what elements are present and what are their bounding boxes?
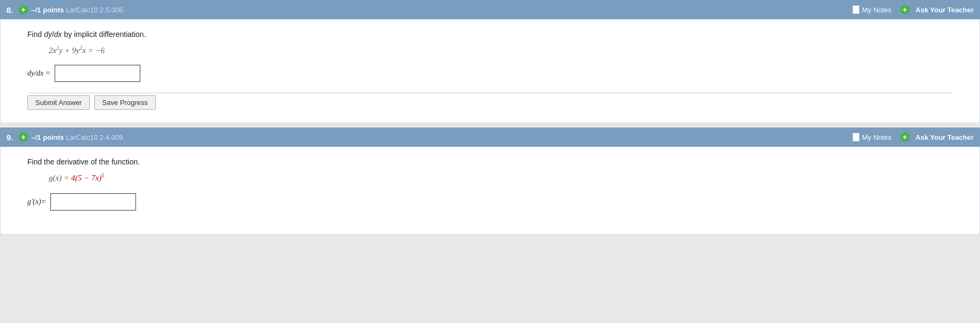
submit-answer-button-8[interactable]: Submit Answer <box>27 95 90 110</box>
question-8-number: 8. <box>6 5 13 14</box>
my-notes-button-9[interactable]: My Notes <box>853 133 892 141</box>
question-8-answer-input[interactable] <box>55 65 140 82</box>
plus-icon-8[interactable]: + <box>19 5 28 14</box>
question-9-header: 9. + –/1 points LarCalc10 2.4.009. My No… <box>0 127 980 147</box>
ask-teacher-button-8[interactable]: + Ask Your Teacher <box>900 5 974 14</box>
ask-teacher-label-8: Ask Your Teacher <box>916 6 974 14</box>
question-9-body: Find the derivative of the function. g(x… <box>0 147 980 235</box>
notes-icon-9 <box>853 133 860 141</box>
question-8-header: 8. + –/1 points LarCalc10 2.5.006. My No… <box>0 0 980 19</box>
plus-icon-ask-9: + <box>900 132 910 142</box>
my-notes-button-8[interactable]: My Notes <box>853 5 892 14</box>
question-9-equation: g(x) = 4(5 − 7x)5 <box>49 172 953 183</box>
question-9-answer-label: g′(x)= <box>27 198 46 206</box>
my-notes-label-8: My Notes <box>862 6 892 14</box>
question-8-answer-row: dy/dx = <box>27 65 953 82</box>
question-9-points: –/1 points <box>32 133 64 141</box>
question-9-answer-input[interactable] <box>50 193 136 211</box>
question-8-course-code: LarCalc10 2.5.006. <box>66 6 125 14</box>
question-8-points: –/1 points <box>32 6 64 14</box>
ask-teacher-label-9: Ask Your Teacher <box>916 133 974 141</box>
question-8-text: Find dy/dx by implicit differentiation. <box>27 30 953 39</box>
header-right-9: My Notes + Ask Your Teacher <box>853 132 974 142</box>
question-9-number: 9. <box>6 133 13 142</box>
question-8-body: Find dy/dx by implicit differentiation. … <box>0 19 980 123</box>
my-notes-label-9: My Notes <box>862 133 892 141</box>
question-9-answer-row: g′(x)= <box>27 193 953 211</box>
question-8-answer-label: dy/dx = <box>27 69 50 78</box>
notes-icon-8 <box>853 5 860 14</box>
divider-8 <box>27 93 953 93</box>
question-9: 9. + –/1 points LarCalc10 2.4.009. My No… <box>0 127 980 235</box>
question-9-course-code: LarCalc10 2.4.009. <box>66 133 125 141</box>
plus-icon-9[interactable]: + <box>19 132 28 142</box>
save-progress-button-8[interactable]: Save Progress <box>94 95 156 110</box>
header-right-8: My Notes + Ask Your Teacher <box>853 5 974 14</box>
plus-icon-ask-8: + <box>900 5 910 14</box>
question-8: 8. + –/1 points LarCalc10 2.5.006. My No… <box>0 0 980 123</box>
question-8-buttons: Submit Answer Save Progress <box>27 95 953 110</box>
question-8-equation: 2x2y + 9y2x = −6 <box>49 45 953 55</box>
ask-teacher-button-9[interactable]: + Ask Your Teacher <box>900 132 974 142</box>
question-9-text: Find the derivative of the function. <box>27 157 953 166</box>
